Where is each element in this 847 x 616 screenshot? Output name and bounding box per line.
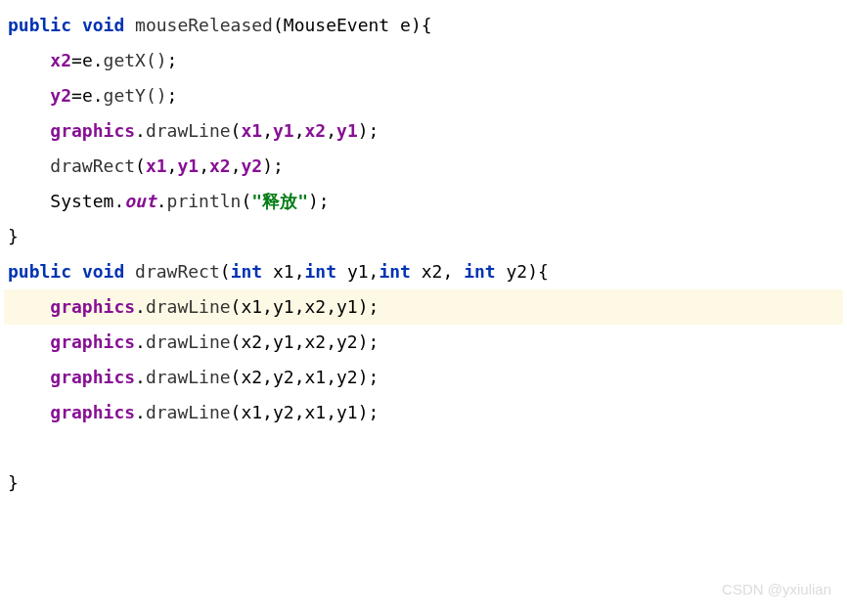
method-name: mouseReleased	[135, 15, 273, 35]
code-line-4: graphics.drawLine(x1,y1,x2,y1);	[4, 113, 843, 149]
code-line-blank	[4, 430, 843, 465]
code-line-12: graphics.drawLine(x1,y2,x1,y1);	[4, 395, 843, 430]
code-line-1: public void mouseReleased(MouseEvent e){	[4, 8, 843, 43]
field-y2: y2	[50, 85, 71, 106]
code-line-2: x2=e.getX();	[4, 43, 843, 78]
keyword-public: public	[8, 15, 71, 35]
code-line-5: drawRect(x1,y1,x2,y2);	[4, 149, 843, 184]
keyword-void: void	[82, 15, 124, 35]
param-type: MouseEvent	[284, 15, 389, 35]
code-line-3: y2=e.getY();	[4, 78, 843, 113]
code-line-7: }	[4, 219, 843, 254]
code-line-10: graphics.drawLine(x2,y1,x2,y2);	[4, 325, 843, 360]
code-block: public void mouseReleased(MouseEvent e){…	[4, 8, 843, 501]
field-x2: x2	[50, 50, 71, 70]
param-name: e	[400, 15, 411, 35]
code-line-8: public void drawRect(int x1,int y1,int x…	[4, 254, 843, 289]
field-out: out	[124, 191, 156, 211]
code-line-6: System.out.println("释放");	[4, 184, 843, 219]
string-literal: "释放"	[251, 191, 308, 211]
code-line-13: }	[4, 465, 843, 501]
object-graphics: graphics	[50, 120, 135, 141]
code-line-9-highlighted: graphics.drawLine(x1,y1,x2,y1);	[4, 289, 843, 325]
watermark: CSDN @yxiulian	[722, 575, 831, 604]
code-line-11: graphics.drawLine(x2,y2,x1,y2);	[4, 360, 843, 395]
